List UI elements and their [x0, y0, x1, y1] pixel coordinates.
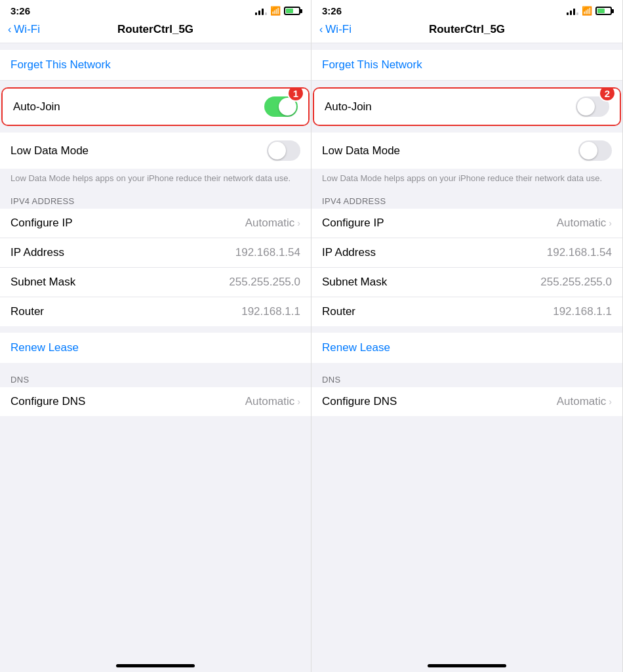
subnet-mask-row: Subnet Mask 255.255.255.0: [0, 268, 311, 297]
low-data-section: Low Data Mode: [312, 133, 622, 169]
configure-dns-value: Automatic ›: [557, 395, 612, 408]
chevron-left-icon: ‹: [8, 24, 11, 35]
chevron-right-icon: ›: [297, 218, 300, 228]
router-row: Router 192.168.1.1: [0, 297, 311, 326]
low-data-label: Low Data Mode: [10, 144, 89, 158]
home-bar: [116, 664, 195, 667]
low-data-toggle[interactable]: [578, 140, 612, 161]
nav-bar: ‹ Wi-Fi RouterCtrl_5G: [0, 20, 311, 43]
autojoin-container: 2 Auto-Join: [312, 87, 622, 126]
ipv4-header: IPV4 ADDRESS: [0, 191, 311, 209]
nav-title: RouterCtrl_5G: [429, 23, 505, 36]
battery-icon: [284, 7, 300, 15]
status-icons: 📶: [567, 6, 612, 16]
section-gap-4: [312, 326, 622, 333]
router-row: Router 192.168.1.1: [312, 297, 622, 326]
home-bar: [428, 664, 506, 667]
dns-header: DNS: [312, 369, 622, 387]
status-time: 3:26: [322, 5, 342, 16]
ipv4-section: Configure IP Automatic › IP Address 192.…: [0, 209, 311, 326]
home-indicator: [312, 659, 622, 672]
configure-ip-row[interactable]: Configure IP Automatic ›: [312, 209, 622, 238]
forget-section: Forget This Network: [312, 50, 622, 81]
section-gap-5: [0, 363, 311, 369]
forget-network-button[interactable]: Forget This Network: [312, 50, 622, 81]
phone-panel-2: 3:26 📶 ‹ Wi-Fi RouterCtrl_5G: [312, 0, 623, 672]
configure-dns-label: Configure DNS: [10, 395, 85, 408]
configure-ip-value: Automatic ›: [557, 217, 612, 230]
configure-dns-row[interactable]: Configure DNS Automatic ›: [312, 387, 622, 416]
section-gap-top: [312, 43, 622, 50]
home-indicator: [0, 659, 311, 672]
content-area: Forget This Network 1 Auto-Join: [0, 43, 311, 659]
chevron-right-icon: ›: [609, 218, 612, 228]
configure-ip-label: Configure IP: [322, 217, 384, 230]
subnet-mask-value: 255.255.255.0: [229, 276, 300, 289]
autojoin-container: 1 Auto-Join: [0, 87, 311, 126]
router-value: 192.168.1.1: [241, 305, 300, 318]
subnet-mask-row: Subnet Mask 255.255.255.0: [312, 268, 622, 297]
dns-section: Configure DNS Automatic ›: [312, 387, 622, 416]
chevron-right-dns-icon: ›: [297, 396, 300, 407]
router-label: Router: [10, 305, 44, 318]
configure-ip-row[interactable]: Configure IP Automatic ›: [0, 209, 311, 238]
phone-panel-1: 3:26 📶 ‹ Wi-Fi RouterCtrl_5G: [0, 0, 312, 672]
subnet-mask-label: Subnet Mask: [322, 276, 387, 289]
router-label: Router: [322, 305, 355, 318]
low-data-row: Low Data Mode: [312, 133, 622, 169]
configure-dns-value: Automatic ›: [245, 395, 300, 408]
ipv4-section: Configure IP Automatic › IP Address 192.…: [312, 209, 622, 326]
autojoin-row: Auto-Join: [3, 89, 308, 125]
wifi-icon: 📶: [270, 6, 281, 16]
forget-network-button[interactable]: Forget This Network: [0, 50, 311, 81]
ip-address-row: IP Address 192.168.1.54: [0, 238, 311, 268]
dns-header: DNS: [0, 369, 311, 387]
toggle-thumb: [577, 98, 595, 116]
autojoin-highlighted: 1 Auto-Join: [1, 87, 310, 126]
configure-dns-label: Configure DNS: [322, 395, 397, 408]
renew-lease-section: Renew Lease: [312, 333, 622, 363]
section-gap-4: [0, 326, 311, 333]
section-gap-5: [312, 363, 622, 369]
signal-bars-icon: [255, 7, 267, 15]
section-gap-3: [312, 126, 622, 133]
section-gap-2: [312, 81, 622, 87]
section-gap-3: [0, 126, 311, 133]
renew-lease-button[interactable]: Renew Lease: [312, 333, 622, 363]
bottom-gap: [312, 416, 622, 429]
subnet-mask-label: Subnet Mask: [10, 276, 75, 289]
subnet-mask-value: 255.255.255.0: [540, 276, 612, 289]
back-label: Wi-Fi: [14, 23, 40, 36]
battery-icon: [595, 7, 612, 15]
section-gap-top: [0, 43, 311, 50]
renew-lease-button[interactable]: Renew Lease: [0, 333, 311, 363]
ip-address-value: 192.168.1.54: [235, 246, 300, 259]
low-data-description: Low Data Mode helps apps on your iPhone …: [312, 169, 622, 191]
back-button[interactable]: ‹ Wi-Fi: [319, 23, 352, 36]
back-label: Wi-Fi: [325, 23, 352, 36]
ip-address-label: IP Address: [10, 246, 64, 259]
nav-title: RouterCtrl_5G: [117, 23, 193, 36]
low-data-section: Low Data Mode: [0, 133, 311, 169]
ip-address-label: IP Address: [322, 246, 376, 259]
content-area: Forget This Network 2 Auto-Join: [312, 43, 622, 659]
signal-bars-icon: [567, 7, 578, 15]
renew-lease-section: Renew Lease: [0, 333, 311, 363]
autojoin-label: Auto-Join: [13, 100, 60, 114]
status-bar: 3:26 📶: [312, 0, 622, 20]
autojoin-row: Auto-Join: [314, 89, 620, 125]
low-data-label: Low Data Mode: [322, 144, 400, 158]
router-value: 192.168.1.1: [553, 305, 612, 318]
back-button[interactable]: ‹ Wi-Fi: [8, 23, 40, 36]
configure-ip-value: Automatic ›: [245, 217, 300, 230]
bottom-gap: [0, 416, 311, 429]
chevron-right-dns-icon: ›: [609, 396, 612, 407]
configure-ip-label: Configure IP: [10, 217, 73, 230]
forget-section: Forget This Network: [0, 50, 311, 81]
ip-address-value: 192.168.1.54: [547, 246, 612, 259]
autojoin-label: Auto-Join: [325, 100, 372, 114]
autojoin-highlighted: 2 Auto-Join: [313, 87, 621, 126]
configure-dns-row[interactable]: Configure DNS Automatic ›: [0, 387, 311, 416]
status-time: 3:26: [10, 5, 30, 16]
low-data-toggle[interactable]: [267, 140, 300, 161]
